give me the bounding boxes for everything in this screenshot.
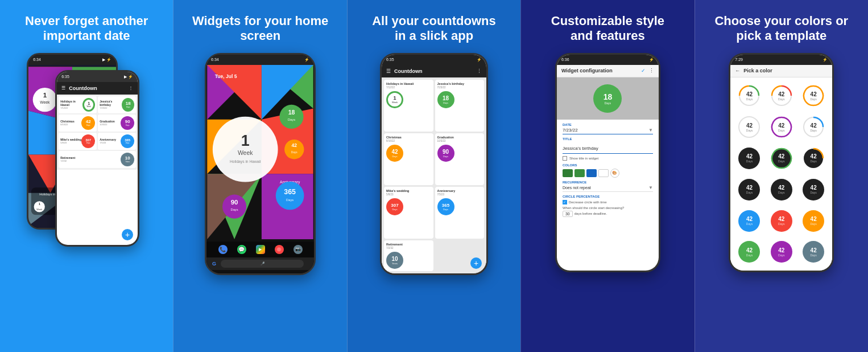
event-wedding-p3: Mike's wedding 5/8/23 307 Days bbox=[384, 187, 433, 239]
event-row-1: Holidays in Hawaii7/12/22 1 Week Jessica… bbox=[59, 96, 136, 113]
config-title: Widget configuration bbox=[561, 68, 641, 73]
phone-screen-panel2: 6:34 ⚡ Tue, Jul 5 bbox=[206, 55, 314, 273]
color-option-17[interactable]: 42 Days bbox=[767, 238, 796, 266]
color-swatch-2[interactable] bbox=[574, 169, 585, 177]
event-anniversary: Anniversary7/5/23 365 Days bbox=[98, 133, 136, 150]
color-grid-p5: 42 Days 4 bbox=[730, 77, 832, 271]
color-option-15[interactable]: 42 Days bbox=[799, 207, 828, 235]
decrease-checkbox-row[interactable]: ✓ Decrease circle with time bbox=[563, 200, 653, 204]
search-bar[interactable]: 🎤 bbox=[221, 260, 304, 268]
home-bg: Tue, Jul 5 1 Week Holidays in Hawaii 18 … bbox=[206, 65, 314, 239]
event-mikes-wedding: Mike's wedding5/8/23 307 Days bbox=[59, 133, 97, 150]
circle-container-1: 42 Days bbox=[738, 85, 760, 107]
event-hawaii: Holidays in Hawaii7/12/22 1 Week bbox=[59, 96, 97, 113]
color-option-9[interactable]: 42 Days bbox=[799, 144, 828, 172]
show-title-checkbox[interactable] bbox=[563, 156, 567, 161]
event-anniv-p3: Anniversary 7/5/23 365 Days bbox=[435, 187, 485, 239]
fab-button[interactable]: + bbox=[122, 229, 133, 240]
circle-1week: 1 Week bbox=[82, 98, 95, 112]
status-bar-p2: 6:34 ⚡ bbox=[206, 55, 314, 65]
decrease-label: Decrease circle with time bbox=[569, 200, 607, 204]
svg-text:1: 1 bbox=[241, 132, 250, 149]
circle-purple: 42 Days bbox=[771, 241, 792, 263]
panel-3-title: All your countdowns in a slick app bbox=[366, 14, 502, 44]
show-title-checkbox-row[interactable]: Show title in widget bbox=[563, 156, 653, 161]
title-input[interactable]: Jessica's birthday bbox=[563, 142, 653, 154]
color-option-1[interactable]: 42 Days bbox=[735, 82, 763, 110]
color-option-10[interactable]: 42 Days bbox=[735, 175, 763, 203]
circle-black-1: 42 Days bbox=[738, 148, 760, 169]
phone-panel5: 7:29 ⚡ ← Pick a color bbox=[729, 53, 834, 272]
svg-text:Week: Week bbox=[37, 208, 43, 210]
color-option-2[interactable]: 42 Days bbox=[767, 82, 796, 110]
circle-container-9: 42 Days bbox=[803, 148, 824, 169]
circle-red: 42 Days bbox=[771, 210, 792, 232]
color-picker-icon[interactable]: 🎨 bbox=[610, 169, 619, 178]
circle-18days: 18 Days bbox=[122, 98, 134, 112]
color-option-8[interactable]: 42 Days bbox=[767, 144, 796, 172]
app-title-p3: Countdown bbox=[394, 68, 477, 74]
fab-p3[interactable]: + bbox=[470, 257, 482, 269]
circle-graduation-p3: 90 Days bbox=[437, 145, 454, 162]
color-option-18[interactable]: 42 Days bbox=[799, 238, 828, 266]
panel-5-phone-container: 7:29 ⚡ ← Pick a color bbox=[704, 53, 859, 343]
circle-anniv-p3: 365 Days bbox=[437, 198, 454, 215]
preview-circle: 18 Days bbox=[593, 84, 622, 113]
circle-black-3: 42 Days bbox=[771, 179, 792, 200]
circle-orange: 42 Days bbox=[803, 210, 824, 232]
date-label: DATE bbox=[563, 123, 653, 126]
circle-90days-1: 90 Days bbox=[121, 116, 134, 130]
color-option-4[interactable]: 42 Days bbox=[735, 113, 763, 141]
svg-text:365: 365 bbox=[284, 187, 296, 195]
event-retirement-p3: Retirement 7/2/32 10 Years bbox=[384, 240, 433, 271]
days-before-input[interactable]: 30 bbox=[563, 211, 573, 217]
color-swatch-1[interactable] bbox=[563, 169, 573, 177]
color-screen-title: Pick a color bbox=[743, 68, 828, 73]
recurrence-value: Does not repeat bbox=[563, 186, 648, 190]
panel-4-title: Customizable style and features bbox=[539, 14, 676, 44]
date-input-row[interactable]: 7/23/22 ▼ bbox=[563, 128, 653, 134]
svg-text:Days: Days bbox=[291, 151, 297, 154]
color-picker-app-bar: ← Pick a color bbox=[730, 65, 832, 77]
color-option-13[interactable]: 42 Days bbox=[735, 207, 763, 235]
color-option-3[interactable]: 42 Days bbox=[799, 82, 828, 110]
circle-container-2: 42 Days bbox=[771, 85, 792, 107]
decrease-checkbox[interactable]: ✓ bbox=[563, 200, 567, 204]
dock-icon-camera: 📷 bbox=[294, 245, 303, 254]
color-swatch-3[interactable] bbox=[586, 169, 597, 177]
color-option-14[interactable]: 42 Days bbox=[767, 207, 796, 235]
recurrence-input[interactable]: Does not repeat ▼ bbox=[563, 185, 653, 192]
dock-icon-phone: 📞 bbox=[218, 245, 228, 254]
svg-text:Tue, Jul 5: Tue, Jul 5 bbox=[215, 73, 237, 79]
circle-365days: 365 Days bbox=[121, 134, 134, 148]
config-app-bar: Widget configuration ✓ ⋮ bbox=[557, 65, 659, 77]
widget-preview: 18 Days bbox=[557, 77, 659, 120]
event-retirement: Retirement7/2/32 10 Years bbox=[59, 151, 136, 168]
panel-2-phone-container: 6:34 ⚡ Tue, Jul 5 bbox=[183, 53, 337, 343]
event-row-2: Christmas8/16/22 42 Days Graduation10/3/… bbox=[59, 114, 136, 132]
circle-container-3: 42 Days bbox=[803, 85, 824, 107]
event-christmas-p3: Christmas 8/16/22 42 Days bbox=[384, 133, 433, 185]
panel-5: Choose your colors or pick a template 7:… bbox=[695, 0, 868, 352]
panel-5-title: Choose your colors or pick a template bbox=[713, 14, 850, 44]
color-option-6[interactable]: 42 Days bbox=[799, 113, 828, 141]
circle-blue: 42 Days bbox=[738, 210, 760, 232]
circle-jessica-p3: 18 Days bbox=[437, 91, 454, 108]
color-option-12[interactable]: 42 Days bbox=[799, 175, 828, 203]
event-row-3: Mike's wedding5/8/23 307 Days Anniversar… bbox=[59, 133, 136, 150]
status-bar-p4: 6:36 ⚡ bbox=[557, 55, 659, 65]
app-title-front: Countdown bbox=[69, 85, 129, 91]
event-jessica-p3: Jessica's birthday 7/23/22 18 Days bbox=[435, 80, 485, 132]
circle-wedding-p3: 307 Days bbox=[386, 198, 403, 215]
color-option-16[interactable]: 42 Days bbox=[735, 238, 763, 266]
svg-text:Days: Days bbox=[286, 198, 294, 202]
color-swatch-4[interactable] bbox=[598, 169, 609, 177]
color-option-7[interactable]: 42 Days bbox=[735, 144, 763, 172]
days-before-row: 30 days before deadline. bbox=[563, 211, 653, 217]
color-option-11[interactable]: 42 Days bbox=[767, 175, 796, 203]
svg-text:Days: Days bbox=[288, 118, 295, 121]
color-option-5[interactable]: 42 Days bbox=[767, 113, 796, 141]
svg-text:Holidays in Hawaii: Holidays in Hawaii bbox=[230, 159, 261, 164]
svg-text:42: 42 bbox=[292, 142, 297, 148]
dock-icon-play: ▶ bbox=[256, 245, 265, 254]
